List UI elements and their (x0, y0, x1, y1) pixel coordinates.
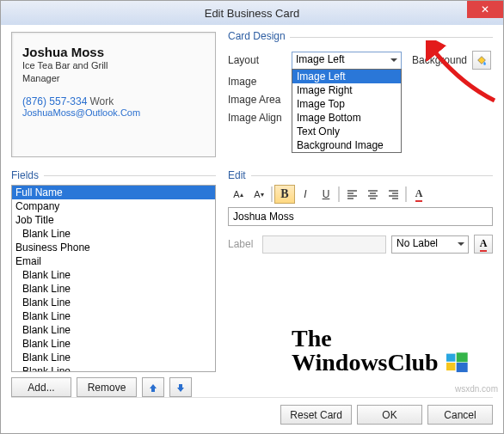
titlebar: Edit Business Card ✕ (1, 1, 503, 25)
edit-label: Edit (228, 169, 246, 181)
windows-logo-icon (446, 351, 469, 374)
image-label: Image (228, 76, 292, 88)
fields-listbox[interactable]: Full NameCompanyJob TitleBlank LineBusin… (11, 185, 216, 372)
arrow-down-icon (175, 382, 186, 393)
decrease-font-button[interactable]: A▾ (249, 185, 269, 204)
field-item[interactable]: Blank Line (12, 227, 215, 241)
preview-company: Ice Tea Bar and Grill (22, 59, 205, 72)
layout-select[interactable]: Image Left (292, 52, 402, 70)
field-item[interactable]: Blank Line (12, 351, 215, 364)
image-align-label: Image Align (228, 112, 292, 124)
edit-business-card-dialog: Edit Business Card ✕ Joshua Moss Ice Tea… (0, 0, 504, 434)
svg-rect-0 (446, 354, 455, 362)
source-credit: wsxdn.com (455, 384, 498, 394)
background-color-button[interactable] (472, 51, 491, 70)
ok-button[interactable]: OK (357, 405, 422, 425)
fields-label: Fields (11, 169, 39, 181)
preview-email: JoshuaMoss@Outlook.Com (22, 107, 205, 118)
label-input[interactable] (262, 235, 386, 254)
svg-rect-3 (457, 363, 468, 372)
close-icon: ✕ (481, 3, 489, 15)
font-color-button[interactable]: A (409, 185, 429, 204)
align-right-button[interactable] (383, 185, 403, 204)
font-color-icon: A (480, 237, 488, 252)
field-item[interactable]: Company (12, 199, 215, 213)
field-item[interactable]: Blank Line (12, 337, 215, 351)
label-position-select[interactable]: No Label (391, 235, 469, 254)
layout-option-text-only[interactable]: Text Only (292, 125, 401, 138)
layout-option-image-bottom[interactable]: Image Bottom (292, 111, 401, 125)
background-label: Background (412, 54, 467, 66)
layout-option-background-image[interactable]: Background Image (292, 138, 401, 152)
align-left-button[interactable] (341, 185, 362, 204)
fields-group: Fields Full NameCompanyJob TitleBlank Li… (11, 169, 216, 397)
field-item[interactable]: Blank Line (12, 296, 215, 309)
reset-card-button[interactable]: Reset Card (280, 405, 352, 425)
preview-name: Joshua Moss (22, 45, 205, 59)
layout-dropdown[interactable]: Image Left Image Right Image Top Image B… (292, 69, 402, 153)
underline-button[interactable]: U (316, 185, 336, 204)
increase-font-button[interactable]: A▴ (228, 185, 249, 204)
cancel-button[interactable]: Cancel (427, 405, 493, 425)
card-design-group: Card Design Layout Image Left Background… (228, 32, 493, 157)
field-item[interactable]: Job Title (12, 213, 215, 227)
field-item[interactable]: Blank Line (12, 323, 215, 337)
dialog-footer: Reset Card OK Cancel (11, 397, 493, 425)
format-toolbar: A▴ A▾ B I U A (228, 185, 493, 204)
edit-value-input[interactable] (228, 207, 493, 226)
arrow-up-icon (148, 382, 158, 393)
field-item[interactable]: Full Name (12, 186, 215, 199)
field-item[interactable]: Blank Line (12, 282, 215, 296)
close-button[interactable]: ✕ (467, 1, 503, 18)
label-color-button[interactable]: A (474, 235, 493, 254)
layout-option-image-left[interactable]: Image Left (292, 70, 401, 83)
layout-option-image-right[interactable]: Image Right (292, 83, 401, 97)
field-item[interactable]: Blank Line (12, 268, 215, 282)
layout-label: Layout (228, 54, 292, 66)
svg-rect-1 (457, 352, 468, 362)
label-caption: Label (228, 238, 257, 250)
bold-button[interactable]: B (274, 185, 295, 204)
layout-option-image-top[interactable]: Image Top (292, 97, 401, 111)
align-left-icon (347, 189, 358, 199)
field-item[interactable]: Business Phone (12, 241, 215, 254)
field-item[interactable]: Blank Line (12, 364, 215, 372)
move-down-button[interactable] (169, 377, 192, 397)
svg-rect-2 (446, 363, 455, 370)
align-right-icon (388, 189, 399, 199)
window-title: Edit Business Card (1, 7, 503, 20)
preview-jobtitle: Manager (22, 72, 205, 85)
align-center-button[interactable] (362, 185, 383, 204)
align-center-icon (367, 189, 378, 199)
italic-button[interactable]: I (295, 185, 316, 204)
paint-bucket-icon (476, 54, 488, 66)
field-item[interactable]: Blank Line (12, 309, 215, 323)
preview-phone: (876) 557-334 Work (22, 95, 205, 107)
move-up-button[interactable] (142, 377, 164, 397)
watermark: The WindowsClub (292, 327, 469, 375)
card-preview: Joshua Moss Ice Tea Bar and Grill Manage… (11, 32, 216, 157)
add-field-button[interactable]: Add... (11, 377, 71, 397)
card-design-label: Card Design (228, 30, 286, 42)
image-area-label: Image Area (228, 94, 292, 106)
remove-field-button[interactable]: Remove (77, 377, 137, 397)
field-item[interactable]: Email (12, 254, 215, 268)
